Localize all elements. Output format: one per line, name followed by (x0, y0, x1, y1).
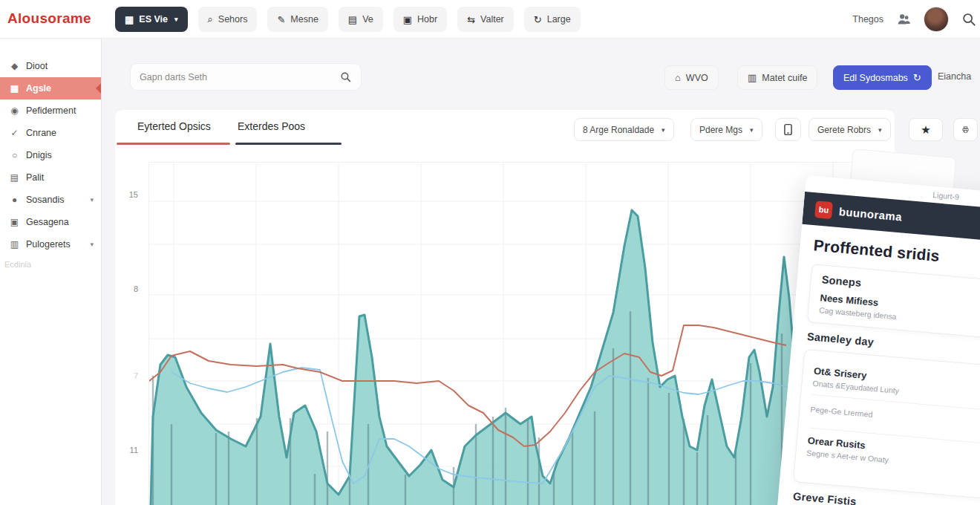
search-icon[interactable] (339, 71, 352, 83)
sidebar-item-pefiderment[interactable]: ◉ Pefiderment (0, 100, 101, 122)
range-select[interactable]: 8 Arge Ronaldade ▾ (574, 118, 674, 141)
action-label: WVO (686, 73, 708, 83)
sidebar-item-gesagena[interactable]: ▣ Gesagena (0, 211, 101, 233)
sidebar-item-label: Pulogerets (26, 239, 71, 250)
nav-label: Hobr (417, 14, 437, 25)
user-avatar[interactable] (924, 7, 949, 32)
refresh-icon: ↻ (534, 14, 542, 25)
user-badge-icon: ○ (9, 150, 20, 160)
home-action-button[interactable]: ⌂ WVO (664, 65, 719, 90)
search-input[interactable] (140, 72, 339, 82)
sidebar-footer-label: Ecdinia (0, 260, 101, 269)
report-select[interactable]: Gerete Robrs ▾ (808, 118, 891, 141)
chevron-down-icon: ▾ (750, 126, 754, 134)
nav-button-hobr[interactable]: ▣ Hobr (393, 7, 447, 32)
refresh-circle-icon: ↻ (913, 72, 921, 83)
metric-select[interactable]: Pdere Mgs ▾ (690, 118, 762, 141)
search-icon: ⌕ (208, 13, 213, 25)
sidebar-item-label: Agsle (26, 83, 51, 94)
nav-button-ve[interactable]: ▤ Ve (339, 7, 383, 32)
sidebar-item-agsle-active[interactable]: ▦ Agsle (0, 77, 101, 100)
nav-button-sehors[interactable]: ⌕ Sehors (198, 7, 258, 32)
handshake-icon: ⇆ (467, 14, 475, 25)
preview-card[interactable]: Ligurt-9 bu buunorama Proffented sridis … (773, 175, 980, 505)
inactive-tab-underline (235, 143, 342, 145)
sidebar-item-pulogerets[interactable]: ▥ Pulogerets ▾ (0, 233, 101, 255)
branch-link[interactable]: Eiancha (938, 71, 971, 82)
book-icon: ▤ (348, 14, 357, 25)
row-label: Pege-Ge Lrermed (810, 405, 873, 419)
chevron-down-icon: ▾ (878, 126, 882, 134)
topbar-right-cluster: Thegos (852, 0, 980, 39)
calendar-icon: ▤ (9, 172, 20, 183)
user-icon: ● (9, 195, 20, 205)
sidebar-item-label: Cnrane (26, 128, 56, 138)
sidebar-item-dnigis[interactable]: ○ Dnigis (0, 144, 101, 166)
stages-link[interactable]: Thegos (852, 14, 883, 25)
brand-name: buunorama (838, 205, 902, 223)
chevron-down-icon: ▾ (90, 196, 94, 203)
chevron-down-icon: ▾ (90, 241, 94, 248)
nav-button-large[interactable]: ↻ Large (524, 7, 581, 32)
nav-label: Large (547, 14, 571, 25)
printer-icon (962, 124, 969, 135)
sidebar-item-label: Dioot (26, 61, 48, 71)
nav-button-valter[interactable]: ⇆ Valter (457, 7, 514, 32)
users-icon[interactable] (895, 11, 912, 27)
chevron-down-icon: ▾ (174, 16, 178, 23)
nav-button-mesne[interactable]: ✎ Mesne (267, 7, 327, 32)
sidebar-item-palit[interactable]: ▤ Palit (0, 166, 101, 189)
mobile-preview-button[interactable] (775, 118, 801, 141)
market-action-button[interactable]: ▥ Matet cuife (737, 65, 817, 90)
nav-label: Mesne (290, 14, 318, 25)
report-icon: ▥ (9, 239, 20, 250)
nav-label: Valter (480, 14, 504, 25)
card-section-sameley: Ot& Srisery Onats &Eyaudated Lunty Augi-… (793, 349, 980, 505)
nav-label: Ve (362, 14, 373, 25)
search-icon[interactable] (961, 11, 977, 27)
card-body: Proffented sridis Soneps Nees Mifiess Ca… (777, 224, 980, 505)
search-bar (130, 63, 362, 91)
y-axis-tick-label: 7 (134, 371, 138, 380)
top-nav: ▦ ES Vie ▾ ⌕ Sehors ✎ Mesne ▤ Ve ▣ Hobr … (115, 7, 581, 32)
sidebar-item-label: Gesagena (26, 217, 69, 227)
star-icon: ★ (921, 123, 930, 137)
sidebar-item-cnrane[interactable]: ✓ Cnrane (0, 122, 101, 144)
sidebar: ◆ Dioot ▦ Agsle ◉ Pefiderment ✓ Cnrane ○… (0, 39, 102, 505)
check-circle-icon: ✓ (9, 128, 20, 138)
home-icon: ⌂ (675, 72, 681, 83)
action-label: Matet cuife (762, 73, 807, 83)
sidebar-item-label: Dnigis (26, 150, 52, 160)
building-icon: ▥ (748, 72, 757, 83)
favorite-button[interactable]: ★ (909, 118, 943, 141)
grid-icon: ▦ (125, 14, 134, 25)
view-switcher-button[interactable]: ▦ ES Vie ▾ (115, 7, 188, 32)
active-tab-underline (117, 143, 230, 145)
y-axis-tick-label: 11 (130, 446, 138, 454)
pencil-icon: ✎ (277, 14, 285, 25)
select-label: Gerete Robrs (817, 125, 871, 135)
tab-exterdes-poos[interactable]: Exterdes Poos (238, 120, 305, 132)
app-logo: Alousorame (7, 10, 91, 27)
globe-icon: ◉ (9, 105, 20, 116)
card-corner-note: Ligurt-9 (932, 190, 960, 201)
select-label: Pdere Mgs (699, 125, 742, 135)
sidebar-item-dioot[interactable]: ◆ Dioot (0, 55, 101, 77)
print-button[interactable] (953, 118, 978, 141)
shield-icon: ▣ (9, 217, 20, 227)
sync-primary-button[interactable]: Edl Sydosmabs ↻ (833, 65, 932, 90)
y-axis-tick-label: 8 (134, 284, 138, 293)
sidebar-item-sosandis[interactable]: ● Sosandis ▾ (0, 189, 101, 211)
chart-y-axis: 158711 (119, 162, 143, 505)
tab-eyterted-opsics[interactable]: Eyterted Opsics (137, 120, 211, 132)
calendar-icon: ▣ (403, 14, 412, 25)
sidebar-item-label: Sosandis (26, 195, 64, 205)
grid-icon: ▦ (9, 83, 20, 94)
nav-label: Sehors (218, 14, 248, 25)
chevron-down-icon: ▾ (662, 126, 665, 134)
brand-logo-icon: bu (814, 201, 833, 219)
action-label: Edl Sydosmabs (843, 73, 908, 83)
sidebar-item-label: Pefiderment (26, 105, 76, 116)
sidebar-item-label: Palit (26, 172, 44, 183)
nav-label: ES Vie (139, 14, 168, 25)
